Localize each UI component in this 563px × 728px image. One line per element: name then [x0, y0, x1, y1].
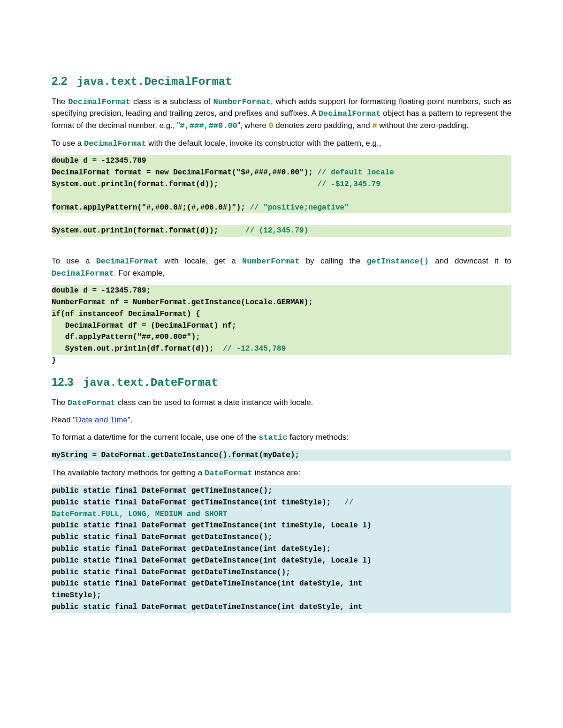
para-available-factory: The available factory methods for gettin… [52, 467, 511, 480]
code-line: df.applyPattern("##,#00.00#"); [52, 331, 511, 343]
code-line: public static final DateFormat getDateIn… [52, 532, 511, 543]
date-and-time-link[interactable]: Date and Time [76, 415, 128, 424]
code-inline: DecimalFormat [319, 109, 381, 118]
code-line: System.out.println(df.format(d)); // -12… [52, 343, 511, 355]
code-inline: DecimalFormat [84, 139, 146, 148]
code-line: DecimalFormat format = new DecimalFormat… [52, 167, 511, 179]
para-dateformat-intro: The DateFormat class can be used to form… [52, 397, 511, 409]
code-line: DateFormat.FULL, LONG, MEDIUM and SHORT [52, 509, 511, 520]
code-line: DecimalFormat df = (DecimalFormat) nf; [52, 320, 511, 332]
section-2-2-heading: 2.2 java.text.DecimalFormat [52, 73, 511, 90]
para-read-link: Read "Date and Time". [52, 414, 511, 426]
code-block-date-format-factories: public static final DateFormat getTimeIn… [52, 485, 511, 613]
code-inline: NumberFormat [213, 98, 271, 106]
section-12-3-heading: 12.3 java.text.DateFormat [52, 374, 511, 391]
code-line: double d = -12345.789 [52, 155, 511, 167]
code-line: if(nf instanceof DecimalFormat) { [52, 308, 511, 320]
code-line: } [52, 356, 56, 365]
code-line: public static final DateFormat getDateTi… [52, 578, 511, 590]
section-title: java.text.DecimalFormat [76, 75, 232, 88]
code-line [52, 190, 511, 202]
para-default-locale: To use a DecimalFormat with the default … [52, 138, 511, 150]
code-block-decimalformat-default: double d = -12345.789 DecimalFormat form… [52, 155, 511, 237]
code-inline: DecimalFormat [96, 257, 159, 266]
section-number: 12.3 [52, 375, 74, 388]
code-line: double d = -12345.789; [52, 285, 511, 297]
code-line: public static final DateFormat getDateTi… [52, 567, 511, 578]
code-line: public static final DateFormat getTimeIn… [52, 485, 511, 497]
code-line: NumberFormat nf = NumberFormat.getInstan… [52, 297, 511, 308]
code-line: public static final DateFormat getDateTi… [52, 601, 511, 613]
code-line: public static final DateFormat getDateIn… [52, 555, 511, 567]
code-inline: DateFormat [68, 398, 115, 407]
code-inline: DecimalFormat [68, 98, 130, 106]
para-static-factories: To format a date/time for the current lo… [52, 432, 511, 444]
code-inline: DecimalFormat [52, 269, 114, 278]
code-line: format.applyPattern("#,#00.0#;(#,#00.0#)… [52, 202, 511, 214]
highlight-inline: 0 [268, 121, 273, 130]
code-line: timeStyle); [52, 590, 511, 601]
code-inline: DateFormat [205, 469, 252, 478]
code-line: System.out.println(format.format(d)); //… [52, 179, 511, 190]
code-line: myString = DateFormat.getDateInstance().… [52, 450, 511, 461]
code-line: System.out.println(format.format(d)); //… [52, 225, 511, 237]
code-line: public static final DateFormat getTimeIn… [52, 497, 511, 509]
section-title: java.text.DateFormat [83, 376, 218, 389]
code-line: public static final DateFormat getDateIn… [52, 543, 511, 555]
code-inline: getInstance() [366, 257, 429, 266]
para-locale: To use a DecimalFormat with locale, get … [52, 255, 511, 279]
code-inline: NumberFormat [242, 257, 299, 266]
code-inline: static [259, 433, 287, 442]
code-block-decimalformat-locale: double d = -12345.789; NumberFormat nf =… [52, 285, 511, 367]
para-decimalformat-intro: The DecimalFormat class is a subclass of… [52, 96, 511, 132]
highlight-inline: # [372, 121, 377, 130]
code-line: public static final DateFormat getTimeIn… [52, 520, 511, 532]
section-number: 2.2 [52, 75, 67, 87]
pattern-inline: #,###,##0.00 [180, 121, 237, 130]
code-block-date-format-mystring: myString = DateFormat.getDateInstance().… [52, 450, 511, 461]
